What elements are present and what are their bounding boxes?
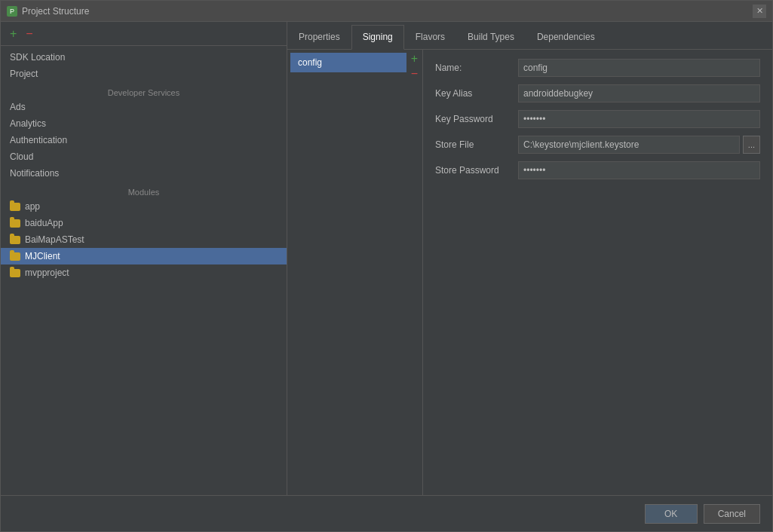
key-alias-label: Key Alias <box>435 88 518 99</box>
key-password-input[interactable] <box>518 110 760 128</box>
key-alias-input[interactable] <box>518 84 760 102</box>
key-password-row: Key Password <box>435 110 760 128</box>
config-list: config <box>290 53 406 80</box>
config-remove-button[interactable]: − <box>410 68 419 80</box>
tab-dependencies[interactable]: Dependencies <box>526 25 606 49</box>
folder-icon <box>10 252 20 261</box>
tab-flavors[interactable]: Flavors <box>404 25 456 49</box>
form-area: Name: Key Alias Key Password <box>423 50 772 495</box>
store-file-input-group: ... <box>518 136 760 154</box>
store-file-row: Store File ... <box>435 136 760 154</box>
folder-icon <box>10 219 20 228</box>
remove-button[interactable]: − <box>23 26 35 42</box>
module-label: mvpproject <box>25 268 69 278</box>
nav-item-authentication[interactable]: Authentication <box>1 132 287 148</box>
store-password-row: Store Password <box>435 161 760 179</box>
nav-list: SDK Location Project Developer Services … <box>1 46 287 284</box>
tab-properties[interactable]: Properties <box>287 25 351 49</box>
nav-item-cloud[interactable]: Cloud <box>1 148 287 165</box>
nav-item-baimapastest[interactable]: BaiMapASTest <box>1 231 287 248</box>
close-button[interactable]: ✕ <box>753 5 766 18</box>
key-password-label: Key Password <box>435 114 518 124</box>
modules-header: Modules <box>1 182 287 198</box>
tab-content: config + − Name: <box>287 50 772 495</box>
app-icon: P <box>7 6 17 17</box>
nav-item-app[interactable]: app <box>1 198 287 215</box>
folder-icon <box>10 269 20 277</box>
store-file-input[interactable] <box>518 136 740 154</box>
config-item-config[interactable]: config <box>290 53 406 72</box>
project-structure-dialog: P Project Structure ✕ + − SDK Location P… <box>0 0 773 532</box>
right-panel: Properties Signing Flavors Build Types D… <box>287 22 772 495</box>
nav-item-baiduapp[interactable]: baiduApp <box>1 215 287 231</box>
name-label: Name: <box>435 63 518 73</box>
module-label: BaiMapASTest <box>25 234 84 245</box>
left-panel: + − SDK Location Project Developer Servi… <box>1 22 287 495</box>
browse-button[interactable]: ... <box>743 136 760 154</box>
tabs-bar: Properties Signing Flavors Build Types D… <box>287 22 772 50</box>
nav-item-project[interactable]: Project <box>1 66 287 82</box>
developer-services-header: Developer Services <box>1 82 287 99</box>
nav-item-ads[interactable]: Ads <box>1 99 287 115</box>
module-label: MJClient <box>25 251 60 261</box>
nav-item-sdk-location[interactable]: SDK Location <box>1 49 287 66</box>
nav-item-mjclient[interactable]: MJClient <box>1 248 287 264</box>
module-label: app <box>25 201 40 212</box>
nav-item-analytics[interactable]: Analytics <box>1 115 287 132</box>
tab-build-types[interactable]: Build Types <box>456 25 526 49</box>
name-row: Name: <box>435 59 760 77</box>
config-add-button[interactable]: + <box>410 53 419 65</box>
tab-signing[interactable]: Signing <box>351 25 404 50</box>
config-panel: config + − <box>287 50 423 495</box>
cancel-button[interactable]: Cancel <box>704 504 760 524</box>
title-bar: P Project Structure ✕ <box>1 1 772 22</box>
store-file-label: Store File <box>435 139 518 150</box>
store-password-label: Store Password <box>435 165 518 176</box>
bottom-bar: OK Cancel <box>1 495 772 531</box>
folder-icon <box>10 203 20 211</box>
ok-button[interactable]: OK <box>645 504 698 524</box>
key-alias-row: Key Alias <box>435 84 760 102</box>
nav-item-notifications[interactable]: Notifications <box>1 165 287 182</box>
module-label: baiduApp <box>25 218 63 228</box>
add-button[interactable]: + <box>7 26 20 42</box>
main-content: + − SDK Location Project Developer Servi… <box>1 22 772 495</box>
folder-icon <box>10 236 20 244</box>
left-toolbar: + − <box>1 22 287 46</box>
nav-item-mvpproject[interactable]: mvpproject <box>1 264 287 281</box>
name-input[interactable] <box>518 59 760 77</box>
title-bar-text: Project Structure <box>22 6 89 17</box>
store-password-input[interactable] <box>518 161 760 179</box>
